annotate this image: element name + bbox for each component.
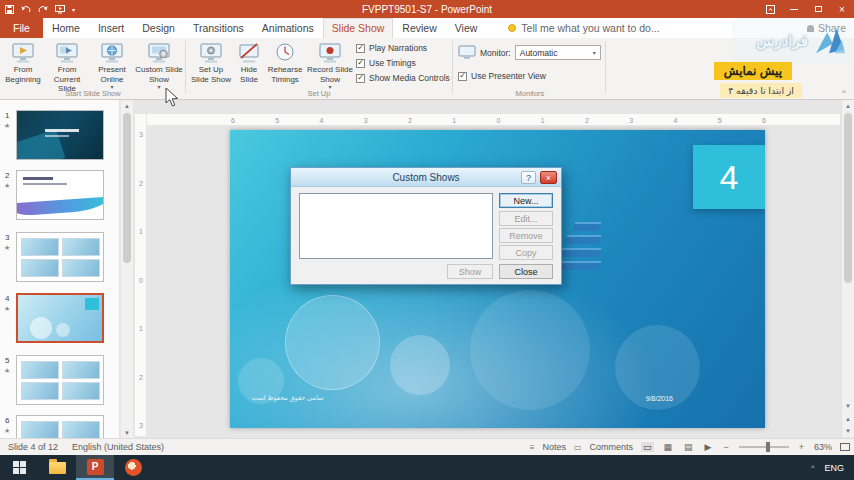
slideshow-view-icon[interactable]: ▶ xyxy=(703,442,714,452)
file-explorer-taskbar-button[interactable] xyxy=(38,455,76,480)
thumbnail-art xyxy=(16,197,104,217)
from-beginning-button[interactable]: From Beginning xyxy=(2,40,44,94)
slide-thumbnail-3[interactable] xyxy=(16,232,104,282)
tab-view[interactable]: View xyxy=(446,18,487,38)
minimize-button[interactable] xyxy=(782,0,806,18)
show-media-controls-checkbox[interactable]: ✓ Show Media Controls xyxy=(356,73,450,83)
thumbnail-art xyxy=(21,361,59,379)
slide-sorter-view-icon[interactable]: ▦ xyxy=(662,442,675,452)
zoom-out-button[interactable]: − xyxy=(721,442,730,452)
media-player-taskbar-button[interactable] xyxy=(114,455,152,480)
from-current-slide-button[interactable]: From Current Slide xyxy=(44,40,90,94)
next-slide-icon[interactable]: ▼ xyxy=(842,425,854,436)
ruler-number: 6 xyxy=(762,117,766,124)
ruler-number: 1 xyxy=(541,117,545,124)
canvas-scrollbar[interactable]: ▲ ▼ ▲ ▼ xyxy=(841,100,854,437)
zoom-slider-thumb[interactable] xyxy=(766,442,770,452)
thumbnail-row-4: 4 ★ xyxy=(0,293,120,349)
thumbnail-row-6: 6 ★ xyxy=(0,415,120,438)
keyboard-language[interactable]: ENG xyxy=(824,463,844,473)
new-show-button[interactable]: New... xyxy=(499,193,553,208)
dialog-help-button[interactable]: ? xyxy=(521,171,536,184)
zoom-in-button[interactable]: + xyxy=(797,442,806,452)
slide-thumbnail-4-selected[interactable] xyxy=(16,293,104,343)
transition-star-icon: ★ xyxy=(4,427,10,435)
copy-show-button[interactable]: Copy xyxy=(499,245,553,260)
scroll-down-icon[interactable]: ▼ xyxy=(842,400,854,411)
thumbnail-art xyxy=(45,129,79,132)
slide-thumbnail-2[interactable] xyxy=(16,170,104,220)
language-indicator[interactable]: English (United States) xyxy=(72,442,164,452)
custom-shows-listbox[interactable] xyxy=(299,193,493,259)
tab-design[interactable]: Design xyxy=(133,18,184,38)
thumbnail-art xyxy=(56,323,70,337)
checkbox-checked-icon: ✓ xyxy=(356,59,365,68)
use-presenter-view-checkbox[interactable]: ✓ Use Presenter View xyxy=(458,71,546,81)
start-button[interactable] xyxy=(0,455,38,480)
transition-star-icon: ★ xyxy=(4,122,10,130)
tell-me-box[interactable]: Tell me what you want to do... xyxy=(508,18,659,38)
thumbnail-art xyxy=(62,238,100,256)
tab-transitions[interactable]: Transitions xyxy=(184,18,253,38)
slide-thumbnail-6[interactable] xyxy=(16,415,104,438)
status-left: Slide 4 of 12 English (United States) xyxy=(8,439,164,455)
dialog-close-icon[interactable]: × xyxy=(540,171,557,184)
rehearse-timings-button[interactable]: Rehearse Timings xyxy=(264,40,306,94)
thumbnail-scrollbar[interactable]: ▲ ▼ xyxy=(121,100,133,438)
edit-show-button[interactable]: Edit... xyxy=(499,211,553,226)
slide-counter[interactable]: Slide 4 of 12 xyxy=(8,442,58,452)
horizontal-ruler-numbers: 6543210123456 xyxy=(231,114,766,126)
tab-file[interactable]: File xyxy=(0,18,43,38)
notes-button[interactable]: Notes xyxy=(542,442,566,452)
tab-insert[interactable]: Insert xyxy=(89,18,133,38)
bubble-decoration xyxy=(285,295,380,390)
previous-slide-icon[interactable]: ▲ xyxy=(842,413,854,424)
normal-view-icon[interactable]: ▭ xyxy=(641,442,654,452)
monitor-dropdown[interactable]: Automatic ▾ xyxy=(515,45,601,60)
transition-star-icon: ★ xyxy=(4,367,10,375)
powerpoint-window: ▾ FVPPT9501-S7 - PowerPoint × File Home … xyxy=(0,0,854,480)
zoom-level[interactable]: 63% xyxy=(814,442,832,452)
ruler-number: 6 xyxy=(231,117,235,124)
fit-slide-to-window-icon[interactable] xyxy=(840,443,850,451)
tab-animations[interactable]: Animations xyxy=(253,18,323,38)
ribbon-display-options-icon[interactable] xyxy=(758,0,782,18)
zoom-slider[interactable] xyxy=(739,446,789,448)
scrollbar-thumb[interactable] xyxy=(123,113,131,263)
scroll-up-icon[interactable]: ▲ xyxy=(121,100,133,111)
tray-expand-icon[interactable]: ^ xyxy=(811,464,814,471)
collapse-ribbon-icon[interactable]: ^ xyxy=(842,88,846,97)
thumbnail-row-5: 5 ★ xyxy=(0,355,120,411)
close-button[interactable]: × xyxy=(830,0,854,18)
close-dialog-button[interactable]: Close xyxy=(499,264,553,279)
monitor-play-icon xyxy=(11,42,35,64)
tab-review[interactable]: Review xyxy=(393,18,445,38)
remove-show-button[interactable]: Remove xyxy=(499,228,553,243)
tab-slide-show[interactable]: Slide Show xyxy=(323,18,394,38)
scroll-up-icon[interactable]: ▲ xyxy=(842,100,854,111)
slide-thumbnail-5[interactable] xyxy=(16,355,104,405)
scroll-down-icon[interactable]: ▼ xyxy=(121,427,133,438)
hide-slide-button[interactable]: Hide Slide xyxy=(234,40,264,94)
tab-home[interactable]: Home xyxy=(43,18,89,38)
restore-button[interactable] xyxy=(806,0,830,18)
slide-number: 6 xyxy=(5,416,9,425)
slide-thumbnail-1[interactable] xyxy=(16,110,104,160)
comments-button[interactable]: Comments xyxy=(589,442,633,452)
stair-step xyxy=(557,248,602,257)
stair-step xyxy=(565,235,602,244)
scrollbar-thumb[interactable] xyxy=(844,113,852,283)
play-narrations-checkbox[interactable]: ✓ Play Narrations xyxy=(356,43,450,53)
checkbox-label: Use Presenter View xyxy=(471,71,546,81)
set-up-slide-show-button[interactable]: Set Up Slide Show xyxy=(188,40,234,94)
record-slide-show-button[interactable]: Record Slide Show ▾ xyxy=(306,40,354,94)
ribbon-tab-bar: File Home Insert Design Transitions Anim… xyxy=(0,18,854,38)
custom-slide-show-button[interactable]: Custom Slide Show ▾ xyxy=(134,40,184,94)
powerpoint-taskbar-button[interactable]: P xyxy=(76,455,114,480)
system-tray: ^ ENG xyxy=(811,455,854,480)
reading-view-icon[interactable]: ▤ xyxy=(682,442,695,452)
faradars-brand-text: فرادرس xyxy=(756,32,808,50)
present-online-button[interactable]: Present Online ▾ xyxy=(90,40,134,94)
show-button[interactable]: Show xyxy=(447,264,493,279)
use-timings-checkbox[interactable]: ✓ Use Timings xyxy=(356,58,450,68)
